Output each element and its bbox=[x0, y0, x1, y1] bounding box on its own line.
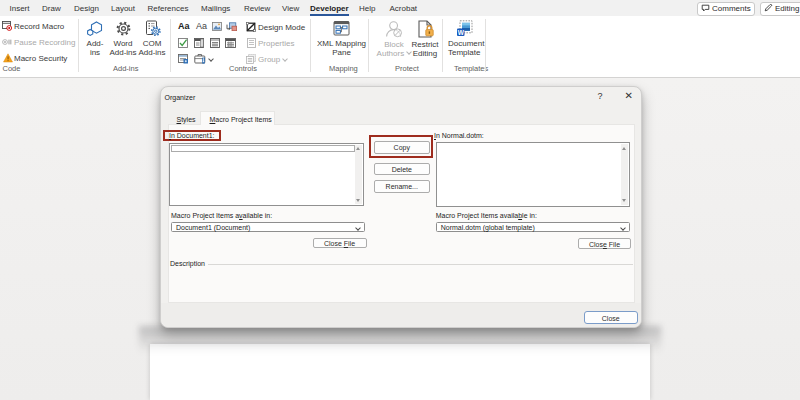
svg-text:W: W bbox=[457, 29, 464, 36]
